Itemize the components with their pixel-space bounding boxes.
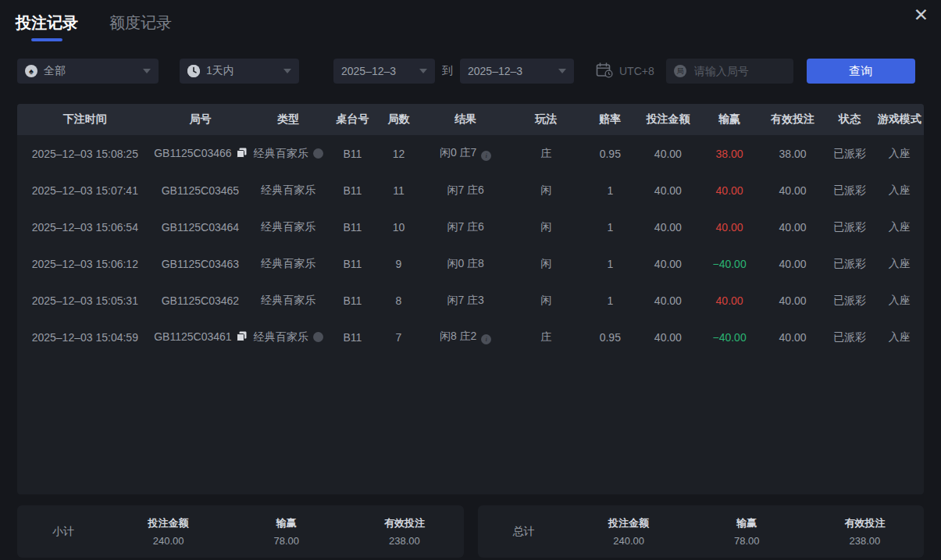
cell-result: 闲0 庄8 (421, 245, 509, 282)
cell-round-id: GB1125C03462 (153, 282, 248, 319)
cell-round-no: 7 (376, 319, 422, 355)
round-id-text: GB1125C03465 (162, 184, 239, 197)
total-panel: 总计 投注金额 240.00 输赢 78.00 有效投注 238.00 (478, 505, 925, 558)
cell-winloss: 40.00 (698, 282, 761, 319)
close-icon[interactable]: ✕ (911, 3, 932, 27)
tab-bet-records[interactable]: 投注记录 (16, 12, 78, 41)
result-text: 闲0 庄8 (447, 257, 483, 269)
date-from-value: 2025–12–3 (341, 65, 396, 77)
round-id-text: GB1125C03466 (154, 147, 231, 159)
cell-game-mode: 入座 (875, 319, 924, 355)
result-info-icon[interactable] (481, 151, 491, 161)
stat-label-valid: 有效投注 (806, 516, 924, 530)
cell-bet-time: 2025–12–03 15:07:41 (17, 172, 153, 209)
cell-odds: 1 (582, 245, 638, 282)
game-type-text: 经典百家乐 (261, 294, 315, 306)
cell-bet-amount: 40.00 (638, 172, 697, 209)
cell-valid-bet: 40.00 (761, 209, 825, 245)
copy-icon[interactable] (237, 148, 247, 160)
cell-play: 闲 (510, 282, 583, 319)
game-type-text: 经典百家乐 (254, 147, 308, 159)
cell-status: 已派彩 (825, 209, 875, 245)
stat-label-winloss: 输赢 (227, 516, 345, 530)
result-text: 闲7 庄6 (447, 184, 483, 196)
cell-valid-bet: 38.00 (761, 135, 825, 172)
cell-status: 已派彩 (825, 172, 875, 209)
subtotal-valid-bet: 有效投注 238.00 (345, 516, 463, 547)
stat-value-bet: 240.00 (109, 535, 227, 547)
date-from-select[interactable]: 2025–12–3 (333, 59, 435, 84)
clock-icon (187, 65, 200, 77)
copy-icon[interactable] (237, 331, 247, 344)
table-row: 2025–12–03 15:07:41 GB1125C03465 经典百家乐 B… (17, 172, 924, 209)
stat-value-bet: 240.00 (570, 535, 688, 547)
table-row: 2025–12–03 15:04:59 GB1125C03461 经典百家乐 B… (17, 319, 924, 355)
cell-round-no: 10 (376, 209, 422, 245)
cell-table-no: B11 (329, 245, 376, 282)
round-number-input[interactable] (693, 64, 786, 78)
cell-bet-amount: 40.00 (638, 282, 697, 319)
result-text: 闲0 庄7 (440, 146, 476, 159)
timezone-indicator: UTC+8 (596, 62, 654, 80)
round-id-text: GB1125C03462 (162, 294, 239, 307)
game-type-value: 全部 (44, 64, 66, 78)
cell-valid-bet: 40.00 (761, 319, 825, 355)
cell-game-type: 经典百家乐 (248, 135, 329, 172)
chevron-down-icon (143, 69, 151, 73)
game-type-text: 经典百家乐 (254, 330, 308, 343)
col-bet-amount: 投注金额 (638, 104, 697, 135)
total-label: 总计 (478, 525, 570, 539)
total-bet-amount: 投注金额 240.00 (570, 516, 688, 547)
table-row: 2025–12–03 15:05:31 GB1125C03462 经典百家乐 B… (17, 282, 924, 319)
time-range-select[interactable]: 1天内 (180, 59, 299, 84)
col-status: 状态 (825, 104, 875, 135)
cell-odds: 1 (582, 209, 638, 245)
cell-play: 庄 (510, 319, 583, 355)
game-type-select[interactable]: 全部 (17, 59, 159, 84)
cell-round-id: GB1125C03464 (153, 209, 248, 245)
cell-result: 闲0 庄7 (421, 135, 509, 172)
tab-quota-records[interactable]: 额度记录 (109, 12, 172, 41)
cell-bet-time: 2025–12–03 15:04:59 (17, 319, 153, 355)
calendar-clock-icon (596, 62, 613, 80)
game-type-icon[interactable] (313, 148, 323, 159)
round-id-text: GB1125C03461 (154, 330, 231, 343)
cell-game-type: 经典百家乐 (248, 319, 329, 355)
subtotal-bet-amount: 投注金额 240.00 (109, 516, 227, 547)
subtotal-winloss: 输赢 78.00 (227, 516, 345, 547)
cell-game-type: 经典百家乐 (248, 209, 329, 245)
search-button[interactable]: 查询 (807, 59, 915, 84)
cell-game-mode: 入座 (875, 245, 924, 282)
cell-valid-bet: 40.00 (761, 282, 825, 319)
cell-game-type: 经典百家乐 (248, 245, 329, 282)
cell-valid-bet: 40.00 (761, 245, 825, 282)
cell-status: 已派彩 (825, 245, 875, 282)
game-type-text: 经典百家乐 (261, 220, 315, 233)
stat-label-bet: 投注金额 (570, 516, 688, 530)
cell-table-no: B11 (329, 135, 376, 172)
date-to-select[interactable]: 2025–12–3 (460, 59, 574, 84)
cell-play: 庄 (510, 135, 583, 172)
result-text: 闲7 庄3 (447, 294, 483, 306)
game-type-icon[interactable] (313, 332, 323, 342)
cell-bet-amount: 40.00 (638, 209, 697, 245)
col-round-id: 局号 (153, 104, 248, 135)
round-id-text: GB1125C03463 (162, 258, 239, 270)
summary-section: 小计 投注金额 240.00 输赢 78.00 有效投注 238.00 总计 投… (17, 505, 924, 558)
subtotal-label: 小计 (17, 525, 109, 539)
cell-winloss: −40.00 (698, 245, 761, 282)
round-number-field[interactable] (666, 59, 793, 84)
cell-play: 闲 (510, 172, 583, 209)
chevron-down-icon (419, 69, 427, 73)
cell-round-no: 11 (376, 172, 422, 209)
round-badge-icon (674, 65, 686, 77)
result-info-icon[interactable] (481, 334, 491, 344)
cell-bet-time: 2025–12–03 15:05:31 (17, 282, 153, 319)
cell-result: 闲7 庄6 (421, 209, 509, 245)
cell-round-no: 12 (376, 135, 422, 172)
total-winloss: 输赢 78.00 (688, 516, 806, 547)
table-row: 2025–12–03 15:08:25 GB1125C03466 经典百家乐 B… (17, 135, 924, 172)
cell-bet-amount: 40.00 (638, 135, 697, 172)
cell-round-id: GB1125C03463 (153, 245, 248, 282)
filter-bar: 全部 1天内 2025–12–3 到 2025–12–3 UTC+8 (0, 59, 941, 84)
